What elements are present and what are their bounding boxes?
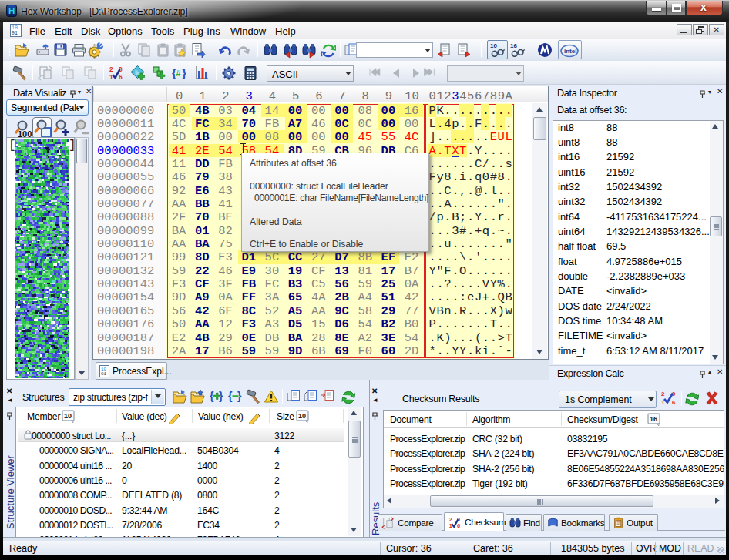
svg-text:6: 6	[672, 399, 676, 406]
svg-text:}: }	[182, 66, 186, 79]
svg-text:16: 16	[510, 42, 517, 49]
svg-text:1: 1	[109, 73, 113, 81]
svg-text:6: 6	[119, 73, 123, 81]
svg-text:6: 6	[457, 522, 460, 529]
svg-text:intel: intel	[564, 48, 576, 55]
svg-text:{: {	[210, 390, 214, 402]
svg-text:10: 10	[490, 42, 497, 49]
svg-text:2: 2	[109, 65, 113, 73]
svg-text:2: 2	[661, 391, 665, 397]
svg-text:01: 01	[101, 371, 107, 377]
svg-text:2: 2	[449, 516, 452, 523]
svg-text:{: {	[228, 390, 233, 402]
svg-text:16: 16	[650, 415, 657, 423]
svg-text:10: 10	[298, 412, 306, 420]
svg-text:#: #	[176, 69, 181, 78]
svg-text:10: 10	[64, 412, 72, 420]
svg-text:1: 1	[449, 522, 452, 529]
